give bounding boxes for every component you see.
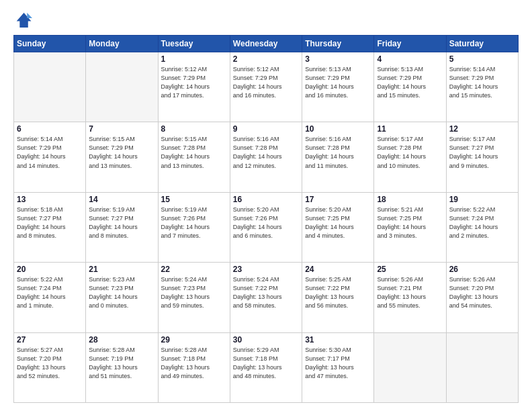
- day-number: 20: [17, 265, 83, 274]
- day-number: 21: [89, 265, 154, 274]
- header: [13, 11, 519, 30]
- day-info: Sunrise: 5:14 AM Sunset: 7:29 PM Dayligh…: [449, 65, 515, 100]
- day-number: 12: [449, 124, 515, 134]
- day-cell: 15Sunrise: 5:19 AM Sunset: 7:26 PM Dayli…: [158, 192, 230, 262]
- day-cell: 30Sunrise: 5:29 AM Sunset: 7:18 PM Dayli…: [230, 332, 302, 402]
- day-number: 30: [233, 335, 299, 345]
- day-cell: 29Sunrise: 5:28 AM Sunset: 7:18 PM Dayli…: [158, 332, 230, 402]
- day-cell: [374, 332, 446, 402]
- day-info: Sunrise: 5:19 AM Sunset: 7:26 PM Dayligh…: [161, 205, 227, 240]
- day-number: 15: [161, 195, 227, 204]
- day-info: Sunrise: 5:22 AM Sunset: 7:24 PM Dayligh…: [449, 205, 515, 240]
- day-info: Sunrise: 5:12 AM Sunset: 7:29 PM Dayligh…: [233, 65, 299, 100]
- day-cell: 3Sunrise: 5:13 AM Sunset: 7:29 PM Daylig…: [302, 52, 374, 122]
- day-header-saturday: Saturday: [446, 36, 518, 52]
- day-cell: 26Sunrise: 5:26 AM Sunset: 7:20 PM Dayli…: [446, 263, 518, 332]
- calendar-header: SundayMondayTuesdayWednesdayThursdayFrid…: [14, 36, 519, 52]
- day-info: Sunrise: 5:30 AM Sunset: 7:17 PM Dayligh…: [305, 346, 371, 381]
- day-cell: 17Sunrise: 5:20 AM Sunset: 7:25 PM Dayli…: [302, 192, 374, 262]
- day-number: 1: [161, 54, 227, 64]
- day-cell: 1Sunrise: 5:12 AM Sunset: 7:29 PM Daylig…: [158, 52, 230, 122]
- logo-icon: [13, 11, 32, 30]
- day-info: Sunrise: 5:17 AM Sunset: 7:27 PM Dayligh…: [449, 135, 515, 170]
- day-cell: 10Sunrise: 5:16 AM Sunset: 7:28 PM Dayli…: [302, 122, 374, 192]
- day-number: 16: [233, 195, 299, 204]
- day-number: 9: [233, 124, 299, 134]
- day-header-tuesday: Tuesday: [158, 36, 230, 52]
- day-number: 31: [305, 335, 371, 345]
- day-number: 19: [449, 195, 515, 204]
- day-cell: [14, 52, 86, 122]
- day-info: Sunrise: 5:21 AM Sunset: 7:25 PM Dayligh…: [377, 205, 443, 240]
- day-cell: 12Sunrise: 5:17 AM Sunset: 7:27 PM Dayli…: [446, 122, 518, 192]
- day-cell: [446, 332, 518, 402]
- day-cell: 25Sunrise: 5:26 AM Sunset: 7:21 PM Dayli…: [374, 263, 446, 332]
- day-number: 18: [377, 195, 443, 204]
- week-row-2: 13Sunrise: 5:18 AM Sunset: 7:27 PM Dayli…: [14, 192, 519, 262]
- day-info: Sunrise: 5:14 AM Sunset: 7:29 PM Dayligh…: [17, 135, 83, 170]
- week-row-3: 20Sunrise: 5:22 AM Sunset: 7:24 PM Dayli…: [14, 263, 519, 332]
- day-cell: 27Sunrise: 5:27 AM Sunset: 7:20 PM Dayli…: [14, 332, 86, 402]
- day-cell: 5Sunrise: 5:14 AM Sunset: 7:29 PM Daylig…: [446, 52, 518, 122]
- day-number: 23: [233, 265, 299, 274]
- day-header-friday: Friday: [374, 36, 446, 52]
- day-info: Sunrise: 5:26 AM Sunset: 7:21 PM Dayligh…: [377, 275, 443, 310]
- day-number: 22: [161, 265, 227, 274]
- day-cell: 18Sunrise: 5:21 AM Sunset: 7:25 PM Dayli…: [374, 192, 446, 262]
- day-number: 27: [17, 335, 83, 345]
- day-cell: 6Sunrise: 5:14 AM Sunset: 7:29 PM Daylig…: [14, 122, 86, 192]
- day-number: 4: [377, 54, 443, 64]
- day-info: Sunrise: 5:16 AM Sunset: 7:28 PM Dayligh…: [233, 135, 299, 170]
- day-info: Sunrise: 5:20 AM Sunset: 7:25 PM Dayligh…: [305, 205, 371, 240]
- day-info: Sunrise: 5:13 AM Sunset: 7:29 PM Dayligh…: [305, 65, 371, 100]
- svg-marker-1: [27, 13, 32, 18]
- day-info: Sunrise: 5:18 AM Sunset: 7:27 PM Dayligh…: [17, 205, 83, 240]
- day-cell: 19Sunrise: 5:22 AM Sunset: 7:24 PM Dayli…: [446, 192, 518, 262]
- day-info: Sunrise: 5:28 AM Sunset: 7:19 PM Dayligh…: [89, 346, 154, 381]
- day-number: 24: [305, 265, 371, 274]
- day-info: Sunrise: 5:12 AM Sunset: 7:29 PM Dayligh…: [161, 65, 227, 100]
- day-info: Sunrise: 5:13 AM Sunset: 7:29 PM Dayligh…: [377, 65, 443, 100]
- day-info: Sunrise: 5:15 AM Sunset: 7:28 PM Dayligh…: [161, 135, 227, 170]
- days-of-week-row: SundayMondayTuesdayWednesdayThursdayFrid…: [14, 36, 519, 52]
- day-number: 28: [89, 335, 154, 345]
- day-cell: 13Sunrise: 5:18 AM Sunset: 7:27 PM Dayli…: [14, 192, 86, 262]
- calendar-body: 1Sunrise: 5:12 AM Sunset: 7:29 PM Daylig…: [14, 52, 519, 403]
- logo: [13, 11, 35, 30]
- day-number: 2: [233, 54, 299, 64]
- day-info: Sunrise: 5:19 AM Sunset: 7:27 PM Dayligh…: [89, 205, 154, 240]
- day-cell: 7Sunrise: 5:15 AM Sunset: 7:29 PM Daylig…: [86, 122, 158, 192]
- week-row-4: 27Sunrise: 5:27 AM Sunset: 7:20 PM Dayli…: [14, 332, 519, 402]
- day-cell: 31Sunrise: 5:30 AM Sunset: 7:17 PM Dayli…: [302, 332, 374, 402]
- day-cell: [86, 52, 158, 122]
- day-cell: 8Sunrise: 5:15 AM Sunset: 7:28 PM Daylig…: [158, 122, 230, 192]
- day-info: Sunrise: 5:20 AM Sunset: 7:26 PM Dayligh…: [233, 205, 299, 240]
- day-number: 8: [161, 124, 227, 134]
- day-cell: 24Sunrise: 5:25 AM Sunset: 7:22 PM Dayli…: [302, 263, 374, 332]
- day-info: Sunrise: 5:23 AM Sunset: 7:23 PM Dayligh…: [89, 275, 154, 310]
- day-info: Sunrise: 5:27 AM Sunset: 7:20 PM Dayligh…: [17, 346, 83, 381]
- day-cell: 4Sunrise: 5:13 AM Sunset: 7:29 PM Daylig…: [374, 52, 446, 122]
- week-row-0: 1Sunrise: 5:12 AM Sunset: 7:29 PM Daylig…: [14, 52, 519, 122]
- day-number: 6: [17, 124, 83, 134]
- day-number: 7: [89, 124, 154, 134]
- day-number: 25: [377, 265, 443, 274]
- day-header-thursday: Thursday: [302, 36, 374, 52]
- day-info: Sunrise: 5:26 AM Sunset: 7:20 PM Dayligh…: [449, 275, 515, 310]
- day-info: Sunrise: 5:22 AM Sunset: 7:24 PM Dayligh…: [17, 275, 83, 310]
- day-info: Sunrise: 5:16 AM Sunset: 7:28 PM Dayligh…: [305, 135, 371, 170]
- page: SundayMondayTuesdayWednesdayThursdayFrid…: [0, 0, 532, 411]
- day-number: 14: [89, 195, 154, 204]
- day-cell: 28Sunrise: 5:28 AM Sunset: 7:19 PM Dayli…: [86, 332, 158, 402]
- day-number: 11: [377, 124, 443, 134]
- day-header-wednesday: Wednesday: [230, 36, 302, 52]
- day-number: 29: [161, 335, 227, 345]
- day-cell: 23Sunrise: 5:24 AM Sunset: 7:22 PM Dayli…: [230, 263, 302, 332]
- calendar-table: SundayMondayTuesdayWednesdayThursdayFrid…: [13, 35, 519, 403]
- day-number: 5: [449, 54, 515, 64]
- day-number: 3: [305, 54, 371, 64]
- week-row-1: 6Sunrise: 5:14 AM Sunset: 7:29 PM Daylig…: [14, 122, 519, 192]
- day-number: 10: [305, 124, 371, 134]
- day-info: Sunrise: 5:24 AM Sunset: 7:22 PM Dayligh…: [233, 275, 299, 310]
- day-header-sunday: Sunday: [14, 36, 86, 52]
